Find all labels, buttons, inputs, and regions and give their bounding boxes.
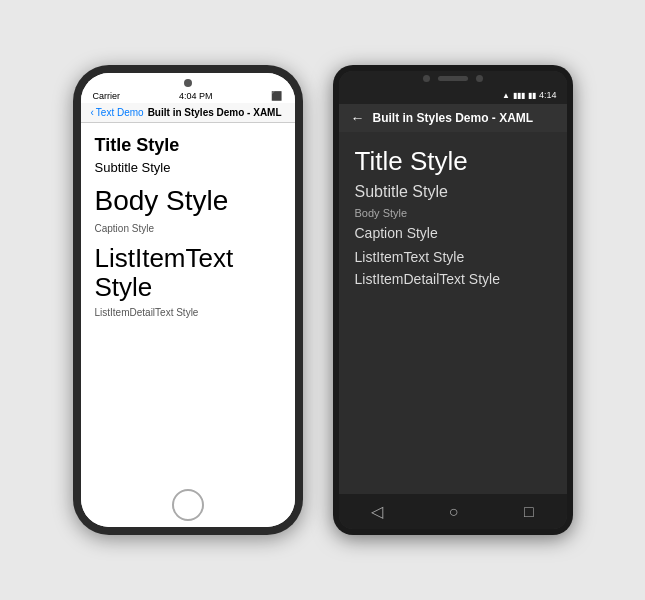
ios-back-button[interactable]: ‹ Text Demo [91,107,144,118]
ios-camera-dot [184,79,192,87]
android-bottom-nav: ◁ ○ □ [339,494,567,529]
ios-battery: ⬛ [271,91,282,101]
ios-title-style-text: Title Style [95,135,281,156]
android-speaker [438,76,468,81]
android-content: Title Style Subtitle Style Body Style Ca… [339,132,567,494]
ios-chevron-icon: ‹ [91,107,94,118]
ios-phone-screen: Carrier 4:04 PM ⬛ ‹ Text Demo Built in S… [81,73,295,527]
android-status-bar: ▲ ▮▮▮ ▮▮ 4:14 [339,86,567,104]
ios-content: Title Style Subtitle Style Body Style Ca… [81,123,295,483]
ios-nav-bar: ‹ Text Demo Built in Styles Demo - XAML [81,103,295,123]
android-body-style-text: Body Style [355,207,551,219]
android-wifi-icon: ▲ [502,91,510,100]
android-back-button[interactable]: ← [351,110,365,126]
ios-home-indicator [81,483,295,527]
android-subtitle-style-text: Subtitle Style [355,183,551,201]
android-listitemdetail-style-text: ListItemDetailText Style [355,271,551,287]
android-camera-bar [339,71,567,86]
ios-carrier: Carrier [93,91,121,101]
android-nav-bar: ← Built in Styles Demo - XAML [339,104,567,132]
android-caption-style-text: Caption Style [355,225,551,241]
android-nav-title: Built in Styles Demo - XAML [373,111,534,125]
ios-home-button[interactable] [172,489,204,521]
android-listitem-style-text: ListItemText Style [355,249,551,265]
ios-subtitle-style-text: Subtitle Style [95,160,281,175]
ios-status-bar: Carrier 4:04 PM ⬛ [81,91,295,103]
android-home-nav-icon[interactable]: ○ [449,503,459,521]
android-phone: ▲ ▮▮▮ ▮▮ 4:14 ← Built in Styles Demo - X… [333,65,573,535]
android-recent-nav-icon[interactable]: □ [524,503,534,521]
ios-back-label[interactable]: Text Demo [96,107,144,118]
android-time: 4:14 [539,90,557,100]
android-signal-icon: ▮▮▮ [513,91,525,100]
ios-listitem-style-text: ListItemText Style [95,244,281,301]
ios-phone: Carrier 4:04 PM ⬛ ‹ Text Demo Built in S… [73,65,303,535]
android-battery-icon: ▮▮ [528,91,536,100]
android-camera-dot [423,75,430,82]
ios-nav-title: Built in Styles Demo - XAML [148,107,282,118]
android-phone-screen: ▲ ▮▮▮ ▮▮ 4:14 ← Built in Styles Demo - X… [339,71,567,529]
ios-time: 4:04 PM [179,91,213,101]
ios-camera-bar [81,73,295,91]
ios-listitemdetail-style-text: ListItemDetailText Style [95,307,281,318]
android-camera-dot2 [476,75,483,82]
ios-caption-style-text: Caption Style [95,223,281,234]
android-back-nav-icon[interactable]: ◁ [371,502,383,521]
ios-body-style-text: Body Style [95,185,281,217]
android-status-icons: ▲ ▮▮▮ ▮▮ 4:14 [502,90,556,100]
android-title-style-text: Title Style [355,146,551,177]
